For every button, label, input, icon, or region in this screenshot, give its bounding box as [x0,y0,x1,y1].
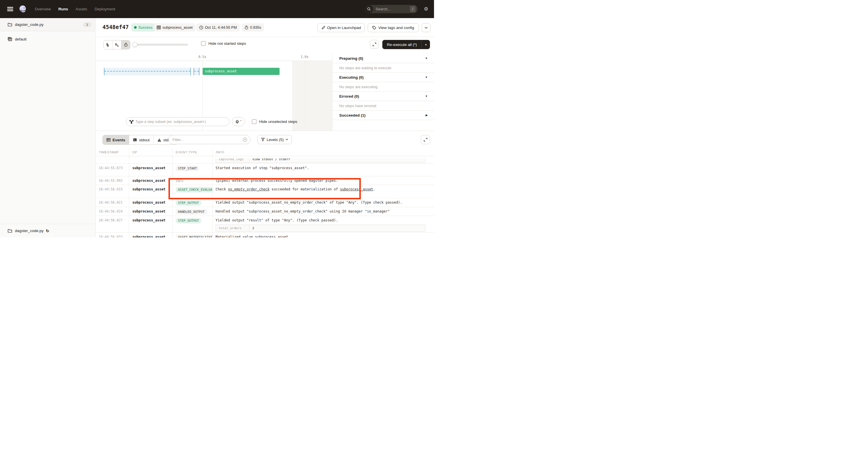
log-row[interactable]: 16:44:55.992subprocess_assetINFO[pipes] … [96,176,434,185]
metadata-value[interactable]: View stdout / stderr [249,158,425,163]
log-op: subprocess_asset [129,216,173,232]
tag-icon [372,26,376,30]
log-timestamp [96,156,129,164]
event-type-badge: HANDLED_OUTPUT [176,209,207,214]
logs-fullscreen-button[interactable] [421,135,430,144]
log-row[interactable]: captured_logsView stdout / stderr [96,156,434,164]
hide-unselected-label: Hide unselected steps [259,119,298,124]
hide-unselected-checkbox-row[interactable]: Hide unselected steps [252,119,298,124]
tab-stdout[interactable]: stdout [129,135,154,144]
metadata-key: captured_logs [216,158,249,163]
status-section-header[interactable]: Succeeded (1)▶ [332,111,434,120]
bottom-code-location-label: dagster_code.py [15,229,43,233]
log-filter-input[interactable]: Filter... [168,135,251,144]
reexecute-caret-icon[interactable]: ▾ [422,43,430,46]
reexecute-button[interactable]: Re-execute all (*) ▾ [382,40,430,49]
status-section-empty-text: No steps have errored [332,101,434,111]
gantt-step-bar[interactable]: subprocess_asset [203,68,280,75]
metadata-key: total_orders [216,225,249,232]
stopwatch-icon [245,26,248,30]
run-status-badge: Success [131,23,155,32]
sidebar-item-default[interactable]: default [0,34,95,44]
col-op: OP [129,148,173,156]
log-timestamp: 16:44:56.033 [96,233,129,237]
info-link[interactable]: subprocess_asset [340,187,373,191]
status-section-header[interactable]: Preparing (0)▼ [332,54,434,63]
dagster-logo-icon[interactable] [19,5,27,13]
log-timestamp: 16:44:56.021 [96,198,129,207]
event-type-badge: INFO [176,178,186,184]
gantt-toolbar: Hide not started steps Re-execute all (*… [96,37,434,54]
waiting-period-bar-2 [193,68,199,75]
gear-icon[interactable]: ⚙ [424,7,428,11]
folder-icon [8,229,12,233]
job-grid-icon [8,37,12,41]
nav-item-deployment[interactable]: Deployment [95,7,115,11]
sidebar-code-location[interactable]: dagster_code.py 1 [0,18,95,31]
asset-grid-icon [157,26,161,29]
graph-query-toggle-button[interactable]: ˆ [232,117,245,126]
reload-icon[interactable]: ↻ [46,229,50,233]
run-header-more-button[interactable] [422,23,431,32]
levels-label: Levels (5) [267,138,284,142]
timeline-tick: 0.5s [198,55,206,59]
log-row[interactable]: 16:44:56.021subprocess_assetSTEP_OUTPUTY… [96,198,434,207]
status-section-header[interactable]: Errored (0)▼ [332,92,434,101]
log-row[interactable]: 16:44:55.673subprocess_assetSTEP_STARTSt… [96,164,434,176]
log-info: Materialized value subprocess_asset. [213,233,434,237]
terminal-icon [133,138,137,142]
status-section-header[interactable]: Executing (0)▼ [332,73,434,82]
log-row[interactable]: 16:44:56.015subprocess_assetASSET_CHECK_… [96,185,434,198]
hamburger-menu-icon[interactable] [7,7,13,11]
log-info: captured_logsView stdout / stderr [213,156,434,164]
log-op: subprocess_asset [129,164,173,176]
log-row[interactable]: 16:44:56.033subprocess_assetASSET_MATERI… [96,233,434,237]
expand-icon [373,42,376,46]
waterfall-view-icon[interactable] [113,40,121,49]
step-subset-input[interactable]: Type a step subset (ex: subprocess_asset… [126,117,229,126]
log-op: subprocess_asset [129,176,173,185]
timed-view-icon[interactable] [121,40,130,49]
search-input[interactable]: Search... / [365,5,417,13]
gantt-fullscreen-button[interactable] [370,40,379,49]
step-status-panel: Preparing (0)▼No steps are waiting to ex… [332,54,434,131]
table-icon [106,138,111,142]
open-in-launchpad-button[interactable]: Open in Launchpad [317,23,365,32]
expand-icon [424,138,427,142]
reexecute-label: Re-execute all (*) [382,42,422,47]
nav-item-overview[interactable]: Overview [35,7,51,11]
log-info: Yielded output "result" of type "Any". (… [213,216,434,232]
zoom-slider-track[interactable] [135,43,188,46]
tab-events[interactable]: Events [103,135,129,144]
status-section-label: Errored (0) [339,94,359,98]
log-info: Check no_empty_order_check succeeded for… [213,185,434,198]
info-text: Yielded output "subprocess_asset_no_empt… [216,201,402,205]
event-type-badge: ASSET_MATERIALIZAT… [176,235,213,237]
nav-item-assets[interactable]: Assets [75,7,87,11]
log-filter-placeholder: Filter... [173,138,184,142]
nav-item-runs[interactable]: Runs [58,7,68,11]
view-tags-config-button[interactable]: View tags and config [368,23,419,32]
levels-dropdown[interactable]: Levels (5) [257,135,292,144]
log-op: subprocess_asset [129,198,173,207]
log-info: Yielded output "subprocess_asset_no_empt… [213,198,434,207]
flat-view-icon[interactable] [104,40,113,49]
event-type-badge: STEP_OUTPUT [176,200,201,206]
clear-filter-icon[interactable] [243,137,247,142]
hide-not-started-checkbox[interactable] [201,41,206,46]
run-id: 4548ef47 [102,24,129,30]
status-section-label: Executing (0) [339,75,364,80]
log-row[interactable]: 16:44:56.027subprocess_assetSTEP_OUTPUTY… [96,216,434,233]
status-dot-icon [134,26,136,29]
log-event-type [173,156,213,164]
collapse-triangle-icon: ▼ [425,57,428,60]
log-row[interactable]: 16:44:56.024subprocess_assetHANDLED_OUTP… [96,207,434,216]
zoom-slider-thumb[interactable] [132,42,137,47]
dagster-run-page: OverviewRunsAssetsDeployment Search... /… [0,0,434,237]
hide-not-started-checkbox-row[interactable]: Hide not started steps [201,41,246,46]
log-timestamp: 16:44:55.992 [96,176,129,185]
info-link[interactable]: no_empty_order_check [228,187,270,191]
asset-tag[interactable]: subprocess_asset [154,23,195,32]
sidebar-bottom-code-location[interactable]: dagster_code.py ↻ [0,224,95,237]
hide-unselected-checkbox[interactable] [252,119,257,124]
